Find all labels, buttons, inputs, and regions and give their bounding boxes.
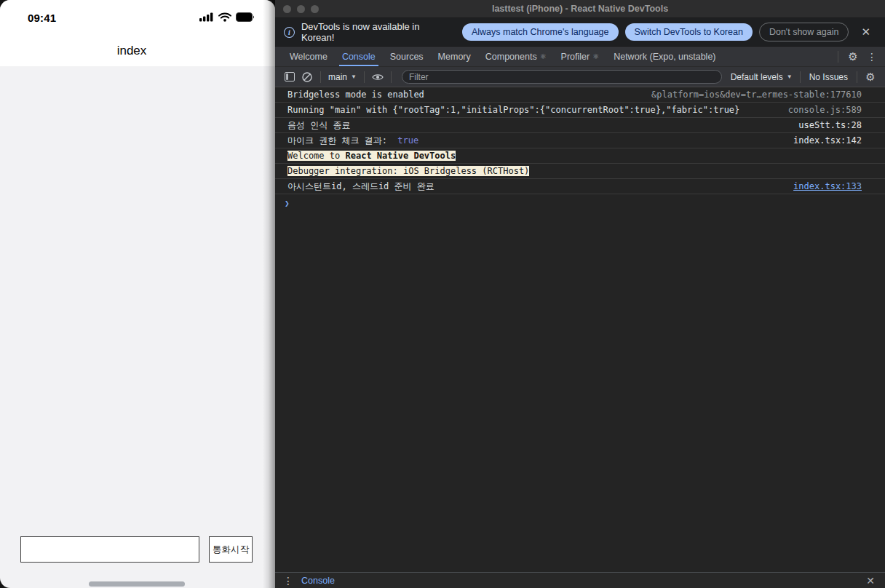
status-time: 09:41 [28,12,56,24]
log-message: Running "main" with {"rootTag":1,"initia… [287,103,777,117]
divider [364,71,365,83]
console-sidebar-toggle-icon[interactable] [281,68,298,86]
filter-field-wrap [402,70,722,84]
divider [857,71,857,83]
highlighted-text: Welcome to [287,151,345,161]
page-title: index [0,44,263,58]
phone-header: 09:41 [0,0,275,66]
source-location-link[interactable]: &platform=ios&dev=tr…ermes-stable:177610 [651,87,862,102]
close-window-icon[interactable] [283,5,291,13]
iphone-simulator-window: 09:41 [0,0,275,588]
log-text: Running "main" with {"rootTag":1,"initia… [287,105,739,115]
tab-label: Sources [390,52,424,62]
console-log-row: 아시스턴트id, 스레드id 준비 완료index.tsx:133 [275,179,885,194]
tabbar-right-controls: ⚙ ⋮ [833,47,885,66]
dont-show-again-button[interactable]: Don't show again [759,23,849,41]
minimize-window-icon[interactable] [297,5,305,13]
settings-gear-icon[interactable]: ⚙ [844,48,862,65]
tab-label: Memory [438,52,471,62]
call-text-input[interactable] [20,536,199,563]
log-message: 음성 인식 종료 [287,118,787,132]
log-text: Bridgeless mode is enabled [287,90,424,100]
tab-console[interactable]: Console [335,47,383,66]
home-indicator[interactable] [89,581,185,587]
window-title: lasttest (iPhone) - React Native DevTool… [492,4,668,14]
language-infobar: i DevTools is now available in Korean! A… [275,18,885,47]
tab-sources[interactable]: Sources [383,47,431,66]
drawer-bar: ⋮ Console ✕ [275,572,885,588]
match-chrome-language-button[interactable]: Always match Chrome's language [462,23,619,41]
battery-icon [236,12,255,22]
console-log-row: Debugger integration: iOS Bridgeless (RC… [275,164,885,179]
switch-devtools-korean-button[interactable]: Switch DevTools to Korean [625,23,753,41]
console-log-row: Welcome to React Native DevTools [275,148,885,164]
infobar-message: DevTools is now available in Korean! [301,21,454,43]
devtools-tabbar: WelcomeConsoleSourcesMemoryComponents⚛Pr… [275,47,885,67]
drawer-console-tab[interactable]: Console [301,576,335,586]
tab-label: Welcome [290,52,328,62]
console-log-row: 마이크 권한 체크 결과: trueindex.tsx:142 [275,133,885,148]
status-icons [199,12,255,22]
infobar-close-icon[interactable]: ✕ [855,25,876,39]
console-toolbar: main▼ Default levels▼ No Issues ⚙ [275,67,885,87]
issues-counter[interactable]: No Issues [805,72,852,82]
log-text: 아시스턴트id, 스레드id 준비 완료 [287,181,434,191]
clear-console-icon[interactable] [298,68,316,86]
divider [320,71,321,83]
log-levels-dropdown[interactable]: Default levels▼ [728,72,795,82]
console-log-row: Bridgeless mode is enabled&platform=ios&… [275,87,885,103]
start-call-button[interactable]: 통화시작 [209,536,253,563]
live-expression-eye-icon[interactable] [369,68,386,86]
tab-profiler[interactable]: Profiler⚛ [554,47,607,66]
more-options-kebab-icon[interactable]: ⋮ [863,48,881,65]
cellular-signal-icon [199,12,214,22]
react-native-devtools-window: lasttest (iPhone) - React Native DevTool… [275,0,885,588]
log-text: 음성 인식 종료 [287,120,350,130]
console-log-row: Running "main" with {"rootTag":1,"initia… [275,103,885,118]
log-message: Welcome to React Native DevTools [287,148,862,163]
log-message: 아시스턴트id, 스레드id 준비 완료 [287,179,782,194]
chevron-down-icon: ▼ [351,74,357,80]
phone-screen: 09:41 [0,0,275,588]
source-location-link[interactable]: useStt.ts:28 [798,118,862,132]
tab-network-expo-unstable[interactable]: Network (Expo, unstable) [606,47,723,66]
tab-welcome[interactable]: Welcome [282,47,335,66]
filter-input[interactable] [402,70,722,84]
javascript-context-selector[interactable]: main▼ [325,72,360,82]
console-messages-area[interactable]: Bridgeless mode is enabled&platform=ios&… [275,87,885,572]
source-location-link[interactable]: console.js:589 [788,103,862,117]
console-prompt[interactable]: ❯ [275,194,885,212]
divider [800,71,801,83]
source-location-link[interactable]: index.tsx:133 [793,179,862,194]
tab-components[interactable]: Components⚛ [478,47,554,66]
tab-label: Console [342,52,376,62]
source-location-link[interactable]: index.tsx:142 [793,133,862,148]
window-traffic-lights[interactable] [283,5,319,13]
highlighted-text: Debugger integration: iOS Bridgeless (RC… [287,166,529,176]
tab-label: Profiler [561,52,590,62]
phone-status-bar: 09:41 [0,10,275,28]
chevron-down-icon: ▼ [787,74,793,80]
drawer-close-icon[interactable]: ✕ [860,575,881,587]
tab-label: Components [485,52,537,62]
info-icon: i [284,27,295,38]
react-atom-icon: ⚛ [592,52,599,60]
zoom-window-icon[interactable] [311,5,319,13]
console-settings-gear-icon[interactable]: ⚙ [862,68,879,86]
tab-label: Network (Expo, unstable) [614,52,715,62]
highlighted-text-bold: React Native DevTools [345,151,456,161]
divider [391,71,392,83]
drawer-kebab-icon[interactable]: ⋮ [279,572,297,588]
log-message: Debugger integration: iOS Bridgeless (RC… [287,164,862,178]
wifi-icon [218,12,231,22]
prompt-chevron-icon: ❯ [285,199,290,208]
react-atom-icon: ⚛ [540,52,547,60]
boolean-value: true [392,135,418,146]
log-message: Bridgeless mode is enabled [287,87,640,102]
devtools-titlebar: lasttest (iPhone) - React Native DevTool… [275,0,885,18]
log-message: 마이크 권한 체크 결과: true [287,133,782,148]
tab-memory[interactable]: Memory [431,47,478,66]
log-text: 마이크 권한 체크 결과: [287,135,392,146]
divider [838,51,838,63]
console-log-row: 음성 인식 종료useStt.ts:28 [275,118,885,133]
